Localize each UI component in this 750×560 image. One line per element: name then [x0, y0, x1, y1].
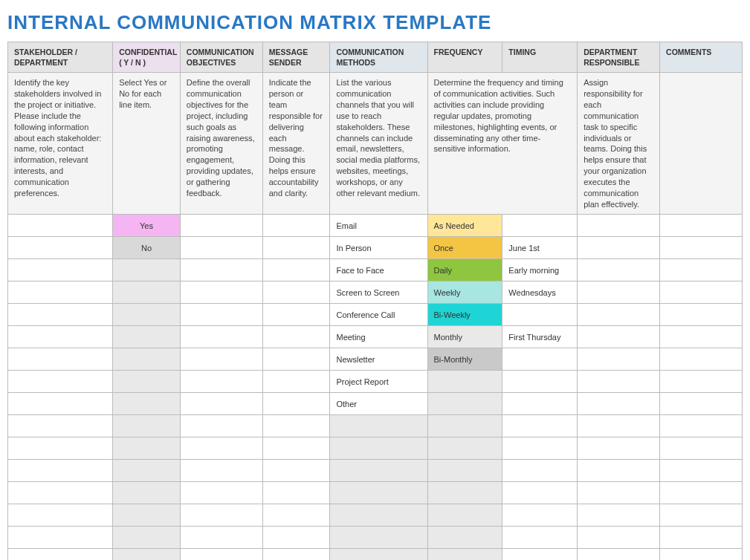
empty-cell[interactable] — [113, 527, 181, 549]
empty-cell[interactable] — [427, 527, 502, 549]
cell-responsible[interactable] — [578, 348, 660, 371]
cell-sender[interactable] — [262, 348, 330, 371]
cell-comments[interactable] — [660, 281, 743, 304]
cell-comments[interactable] — [660, 371, 743, 393]
cell-comments[interactable] — [660, 215, 743, 237]
empty-cell[interactable] — [578, 460, 660, 482]
cell-responsible[interactable] — [578, 281, 660, 304]
cell-stakeholder[interactable] — [8, 393, 113, 415]
cell-objectives[interactable] — [180, 304, 262, 326]
empty-cell[interactable] — [427, 482, 502, 504]
cell-timing[interactable] — [502, 304, 578, 326]
cell-responsible[interactable] — [578, 326, 660, 348]
cell-stakeholder[interactable] — [8, 259, 113, 281]
empty-cell[interactable] — [262, 504, 330, 527]
cell-comments[interactable] — [660, 348, 743, 371]
cell-method[interactable]: Meeting — [330, 326, 427, 348]
empty-cell[interactable] — [330, 549, 427, 560]
cell-sender[interactable] — [262, 326, 330, 348]
cell-comments[interactable] — [660, 304, 743, 326]
cell-objectives[interactable] — [180, 281, 262, 304]
cell-method[interactable]: In Person — [330, 237, 427, 259]
cell-comments[interactable] — [660, 259, 743, 281]
empty-cell[interactable] — [180, 460, 262, 482]
empty-cell[interactable] — [502, 437, 578, 460]
empty-cell[interactable] — [660, 460, 743, 482]
cell-sender[interactable] — [262, 304, 330, 326]
empty-cell[interactable] — [502, 504, 578, 527]
empty-cell[interactable] — [330, 482, 427, 504]
cell-confidential[interactable] — [113, 326, 181, 348]
empty-cell[interactable] — [330, 527, 427, 549]
cell-confidential[interactable] — [113, 348, 181, 371]
empty-cell[interactable] — [180, 504, 262, 527]
cell-responsible[interactable] — [578, 215, 660, 237]
cell-comments[interactable] — [660, 326, 743, 348]
cell-timing[interactable]: June 1st — [502, 237, 578, 259]
empty-cell[interactable] — [8, 527, 113, 549]
empty-cell[interactable] — [262, 437, 330, 460]
cell-objectives[interactable] — [180, 348, 262, 371]
cell-confidential[interactable] — [113, 393, 181, 415]
empty-cell[interactable] — [660, 504, 743, 527]
empty-cell[interactable] — [578, 482, 660, 504]
empty-cell[interactable] — [8, 504, 113, 527]
cell-frequency[interactable]: Bi-Weekly — [427, 304, 502, 326]
cell-frequency[interactable]: Monthly — [427, 326, 502, 348]
cell-objectives[interactable] — [180, 215, 262, 237]
cell-comments[interactable] — [660, 393, 743, 415]
cell-frequency[interactable] — [427, 371, 502, 393]
empty-cell[interactable] — [660, 437, 743, 460]
empty-cell[interactable] — [262, 415, 330, 437]
cell-stakeholder[interactable] — [8, 215, 113, 237]
empty-cell[interactable] — [262, 527, 330, 549]
cell-timing[interactable] — [502, 371, 578, 393]
empty-cell[interactable] — [502, 460, 578, 482]
empty-cell[interactable] — [330, 415, 427, 437]
cell-frequency[interactable]: Bi-Monthly — [427, 348, 502, 371]
cell-timing[interactable]: Wednesdays — [502, 281, 578, 304]
empty-cell[interactable] — [578, 504, 660, 527]
cell-stakeholder[interactable] — [8, 348, 113, 371]
empty-cell[interactable] — [8, 482, 113, 504]
cell-method[interactable]: Project Report — [330, 371, 427, 393]
cell-stakeholder[interactable] — [8, 326, 113, 348]
empty-cell[interactable] — [578, 549, 660, 560]
cell-timing[interactable] — [502, 215, 578, 237]
empty-cell[interactable] — [113, 482, 181, 504]
cell-method[interactable]: Other — [330, 393, 427, 415]
empty-cell[interactable] — [262, 482, 330, 504]
empty-cell[interactable] — [427, 460, 502, 482]
cell-method[interactable]: Email — [330, 215, 427, 237]
cell-comments[interactable] — [660, 237, 743, 259]
cell-objectives[interactable] — [180, 326, 262, 348]
cell-objectives[interactable] — [180, 371, 262, 393]
cell-sender[interactable] — [262, 215, 330, 237]
empty-cell[interactable] — [660, 415, 743, 437]
empty-cell[interactable] — [578, 437, 660, 460]
cell-objectives[interactable] — [180, 237, 262, 259]
empty-cell[interactable] — [113, 437, 181, 460]
cell-timing[interactable] — [502, 348, 578, 371]
cell-method[interactable]: Conference Call — [330, 304, 427, 326]
cell-frequency[interactable]: As Needed — [427, 215, 502, 237]
cell-method[interactable]: Face to Face — [330, 259, 427, 281]
empty-cell[interactable] — [262, 460, 330, 482]
cell-stakeholder[interactable] — [8, 281, 113, 304]
empty-cell[interactable] — [330, 437, 427, 460]
empty-cell[interactable] — [180, 437, 262, 460]
empty-cell[interactable] — [660, 549, 743, 560]
cell-timing[interactable]: Early morning — [502, 259, 578, 281]
cell-frequency[interactable] — [427, 393, 502, 415]
empty-cell[interactable] — [660, 527, 743, 549]
cell-confidential[interactable] — [113, 281, 181, 304]
cell-confidential[interactable] — [113, 371, 181, 393]
cell-sender[interactable] — [262, 393, 330, 415]
cell-method[interactable]: Newsletter — [330, 348, 427, 371]
empty-cell[interactable] — [502, 527, 578, 549]
cell-frequency[interactable]: Weekly — [427, 281, 502, 304]
empty-cell[interactable] — [180, 527, 262, 549]
empty-cell[interactable] — [8, 549, 113, 560]
empty-cell[interactable] — [330, 504, 427, 527]
cell-confidential[interactable] — [113, 259, 181, 281]
